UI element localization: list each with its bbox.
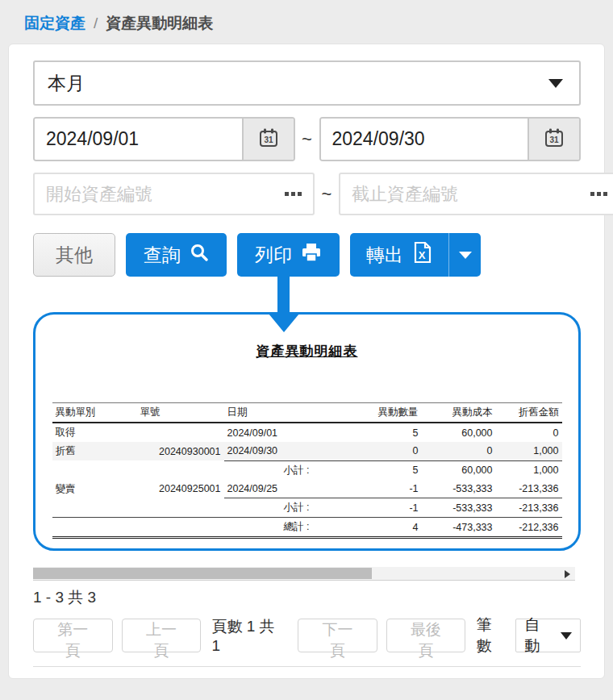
report-preview: 資產異動明細表 異動單別 單號 日期 異動數量 異動成本 折舊金額 取得 (33, 312, 581, 551)
first-page-button[interactable]: 第一頁 (33, 619, 113, 652)
breadcrumb: 固定資產 / 資產異動明細表 (0, 0, 613, 44)
cell: 2024/09/25 (224, 480, 313, 498)
cell: 總計 : (224, 518, 313, 538)
table-row: 變賣 20240925001 2024/09/25 -1 -533,333 -2… (52, 480, 562, 498)
scroll-right-arrow-icon[interactable] (565, 570, 570, 578)
page-info-text: 頁數 1 共 1 (210, 616, 289, 655)
cell: 變賣 (52, 480, 137, 498)
cell: 60,000 (422, 460, 496, 480)
cell: 4 (313, 518, 422, 538)
svg-text:31: 31 (264, 135, 273, 144)
date-to-calendar-button[interactable]: 31 (528, 119, 579, 160)
footer-divider (33, 666, 581, 667)
other-button[interactable]: 其他 (33, 233, 115, 277)
pagination-bar: 第一頁 上一頁 頁數 1 共 1 下一頁 最後頁 筆數 自動 (33, 615, 581, 656)
subtotal-row: 小計 : 5 60,000 1,000 (52, 460, 562, 480)
report-title: 資產異動明細表 (35, 342, 578, 360)
horizontal-scrollbar[interactable] (33, 567, 575, 581)
prev-page-button[interactable]: 上一頁 (122, 619, 202, 652)
asset-to-field (339, 173, 613, 215)
per-page-value: 自動 (524, 615, 555, 656)
cell (137, 518, 224, 538)
cell (52, 460, 137, 480)
flow-down-arrow-icon (277, 277, 290, 314)
export-button[interactable]: 轉出 X (350, 233, 448, 277)
period-select[interactable]: 本月 (33, 60, 581, 106)
asset-from-input[interactable] (46, 184, 278, 205)
ellipsis-lookup-icon[interactable] (285, 192, 302, 196)
cell (137, 498, 224, 518)
date-from-calendar-button[interactable]: 31 (242, 119, 294, 160)
per-page-label: 筆數 (476, 615, 507, 656)
ellipsis-lookup-icon[interactable] (590, 192, 607, 196)
asset-range-separator: ~ (315, 184, 339, 205)
export-dropdown-toggle[interactable] (448, 233, 481, 277)
cell: 2024/09/01 (224, 423, 313, 442)
cell: -533,333 (422, 480, 496, 498)
table-header-row: 異動單別 單號 日期 異動數量 異動成本 折舊金額 (52, 403, 562, 423)
date-range-row: 31 ~ 31 (33, 117, 581, 161)
cell: 1,000 (496, 442, 562, 460)
cell: 小計 : (224, 460, 313, 480)
print-button[interactable]: 列印 (237, 233, 340, 277)
asset-from-field (33, 173, 315, 215)
table-row: 折舊 20240930001 2024/09/30 0 0 1,000 (52, 442, 562, 460)
scrollbar-thumb[interactable] (33, 568, 372, 579)
col-header: 異動數量 (313, 403, 422, 423)
period-select-value: 本月 (48, 71, 85, 96)
cell: 20240925001 (137, 480, 224, 498)
col-header: 單號 (137, 403, 224, 423)
chevron-down-icon (459, 252, 472, 259)
grand-total-row: 總計 : 4 -473,333 -212,336 (52, 518, 562, 538)
date-to-input[interactable] (321, 119, 528, 160)
cell (137, 460, 224, 480)
query-button-label: 查詢 (144, 243, 181, 268)
report-table: 異動單別 單號 日期 異動數量 異動成本 折舊金額 取得 2024/09/01 … (52, 402, 562, 539)
cell: -473,333 (422, 518, 496, 538)
query-button[interactable]: 查詢 (126, 233, 227, 277)
cell: -212,336 (496, 518, 562, 538)
breadcrumb-separator: / (94, 15, 98, 32)
per-page-select[interactable]: 自動 (515, 619, 581, 652)
cell: -213,336 (496, 498, 562, 518)
breadcrumb-parent-link[interactable]: 固定資產 (24, 13, 85, 34)
col-header: 異動成本 (422, 403, 496, 423)
last-page-button[interactable]: 最後頁 (386, 619, 466, 652)
record-range-text: 1 - 3 共 3 (33, 587, 581, 608)
next-page-button[interactable]: 下一頁 (298, 619, 377, 652)
date-range-separator: ~ (295, 129, 319, 150)
cell: 60,000 (422, 423, 496, 442)
cell: 取得 (52, 423, 137, 442)
asset-to-input[interactable] (352, 184, 584, 205)
cell: 1,000 (496, 460, 562, 480)
calendar-icon: 31 (258, 127, 279, 151)
excel-file-icon: X (413, 241, 432, 269)
cell: 0 (496, 423, 562, 442)
print-button-label: 列印 (255, 243, 292, 268)
page-title: 資產異動明細表 (106, 13, 213, 34)
cell: 0 (422, 442, 496, 460)
cell: 小計 : (224, 498, 313, 518)
chevron-down-icon (548, 79, 563, 88)
date-from-group: 31 (33, 117, 295, 161)
col-header: 異動單別 (52, 403, 137, 423)
col-header: 折舊金額 (496, 403, 562, 423)
cell (52, 518, 137, 538)
cell: -1 (313, 480, 422, 498)
svg-text:31: 31 (549, 135, 559, 144)
date-from-input[interactable] (35, 119, 242, 160)
cell: -213,336 (496, 480, 562, 498)
cell: 5 (313, 460, 422, 480)
cell: 5 (313, 423, 422, 442)
search-icon (190, 243, 209, 267)
svg-text:X: X (419, 249, 426, 261)
cell: 20240930001 (137, 442, 224, 460)
table-row: 取得 2024/09/01 5 60,000 0 (52, 423, 562, 442)
cell: 折舊 (52, 442, 137, 460)
col-header: 日期 (224, 403, 313, 423)
cell: -1 (313, 498, 422, 518)
cell (137, 423, 224, 442)
date-to-group: 31 (319, 117, 582, 161)
cell: 0 (313, 442, 422, 460)
main-panel: 本月 31 ~ (8, 44, 605, 679)
